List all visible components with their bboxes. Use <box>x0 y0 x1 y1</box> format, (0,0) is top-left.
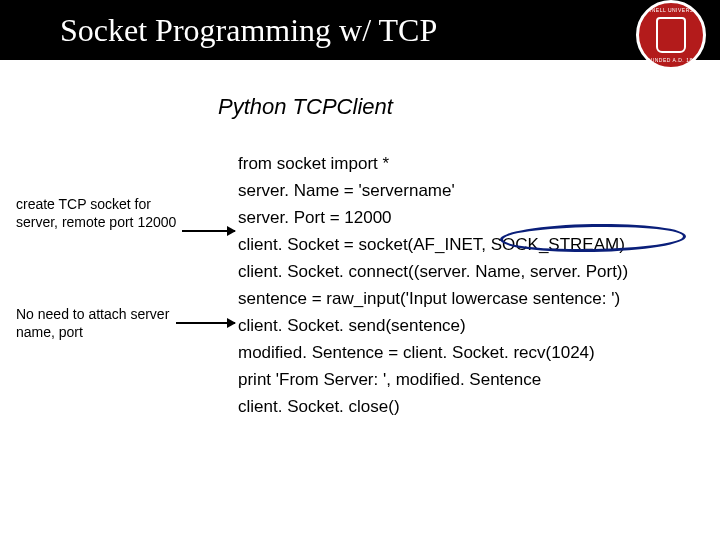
code-line: from socket import * <box>238 150 628 177</box>
code-line: client. Socket. close() <box>238 393 628 420</box>
arrow-icon <box>182 230 235 232</box>
annotation-no-attach: No need to attach server name, port <box>16 305 196 341</box>
code-block: from socket import * server. Name = 'ser… <box>238 150 628 420</box>
arrow-icon <box>176 322 235 324</box>
shield-icon <box>656 17 686 53</box>
logo-text-bottom: FOUNDED A.D. 1865 <box>639 57 703 63</box>
subtitle: Python TCPClient <box>218 94 720 120</box>
code-line: print 'From Server: ', modified. Sentenc… <box>238 366 628 393</box>
code-line: server. Name = 'servername' <box>238 177 628 204</box>
logo-text-top: CORNELL UNIVERSITY <box>639 7 703 13</box>
code-line: client. Socket. connect((server. Name, s… <box>238 258 628 285</box>
code-line: sentence = raw_input('Input lowercase se… <box>238 285 628 312</box>
slide-header: Socket Programming w/ TCP CORNELL UNIVER… <box>0 0 720 60</box>
cornell-logo: CORNELL UNIVERSITY FOUNDED A.D. 1865 <box>636 0 706 70</box>
code-line: client. Socket. send(sentence) <box>238 312 628 339</box>
code-line: modified. Sentence = client. Socket. rec… <box>238 339 628 366</box>
annotation-create-socket: create TCP socket for server, remote por… <box>16 195 196 231</box>
slide-title: Socket Programming w/ TCP <box>60 12 437 49</box>
